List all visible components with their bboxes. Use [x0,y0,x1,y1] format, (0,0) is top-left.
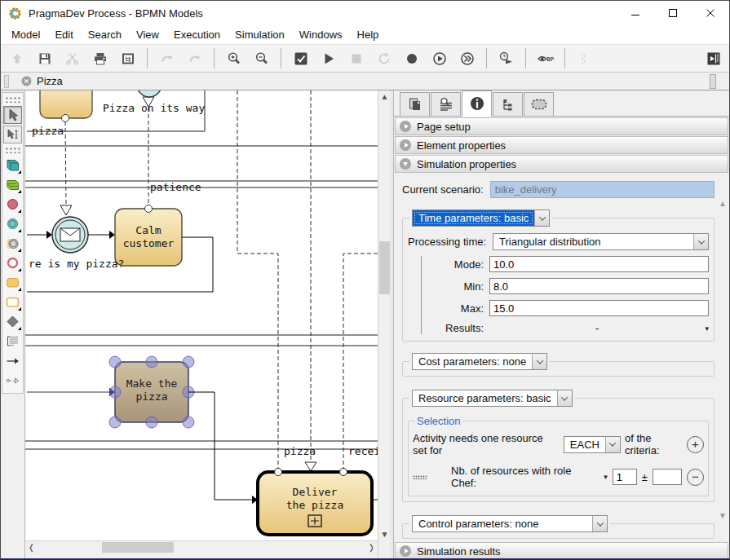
section-simulation-results[interactable]: Simulation results [395,542,728,560]
panel-toggle-icon[interactable] [702,47,724,69]
pizza-pool-label[interactable]: pizza [32,125,64,137]
pool-tool[interactable] [3,157,22,174]
boundary-event-tool[interactable] [3,235,22,253]
partial-task[interactable] [40,90,92,118]
pizza-on-its-way-label[interactable]: Pizza on its way [103,102,205,114]
menu-view[interactable]: View [129,27,166,42]
record-icon[interactable] [400,47,423,69]
search-list-icon[interactable] [431,92,461,116]
palette-drag-handle[interactable] [4,95,21,103]
chevron-down-icon[interactable] [557,390,572,406]
maximize-icon[interactable] [654,1,692,25]
step-icon[interactable] [428,47,450,69]
mode-field[interactable] [489,256,709,272]
redo2-icon[interactable] [184,47,206,69]
subprocess-tool[interactable] [3,293,22,311]
zoom-out-icon[interactable] [250,47,272,69]
select-tool[interactable] [3,106,22,124]
processing-time-select[interactable]: Triangular distribution [493,233,709,250]
print-icon[interactable] [89,47,111,69]
panel-scroll-up-icon[interactable]: ▲ [719,199,727,208]
tab-close-icon[interactable] [21,76,32,86]
min-field[interactable] [489,278,709,294]
info-icon[interactable] [462,90,492,117]
menu-model[interactable]: Model [4,27,47,42]
nb-expand-icon[interactable]: ▾ [604,473,608,481]
menu-help[interactable]: Help [350,27,387,42]
region-icon[interactable] [524,92,554,116]
row-drag-handle[interactable] [413,475,427,479]
end-event-tool[interactable] [3,254,22,272]
redo-icon[interactable] [156,47,178,69]
connector-dot[interactable] [340,469,347,476]
remove-criteria-button[interactable]: − [687,469,704,486]
connector-dot[interactable] [62,115,69,122]
canvas-hscrollbar[interactable]: ❬ ❭ [25,540,378,553]
syntax-check-icon[interactable] [290,47,312,69]
tree-icon[interactable] [493,92,523,116]
receipt-flow-label[interactable]: recei [348,445,378,457]
task-tool[interactable] [3,274,22,292]
menu-simulation[interactable]: Simulation [228,27,292,42]
panel-scroll-down-icon[interactable]: ▼ [719,511,727,520]
start-event-tool[interactable] [3,196,22,214]
where-is-my-pizza-label[interactable]: re is my pizza? [29,258,124,270]
chevron-down-icon[interactable] [592,516,607,531]
menu-windows[interactable]: Windows [292,27,350,42]
pages-icon[interactable] [400,92,430,116]
each-select[interactable]: EACH [564,436,621,453]
chevron-down-icon[interactable] [532,354,546,369]
resource-parameters-select[interactable]: Resource parameters: basic [412,390,573,407]
menu-edit[interactable]: Edit [47,27,80,42]
hscroll-right-icon[interactable]: ❭ [365,541,378,553]
text-select-tool[interactable] [3,126,22,143]
tabbar-end-grip[interactable] [710,74,716,89]
vscroll-up-icon[interactable]: ▲ [378,90,391,103]
hscroll-thumb[interactable] [102,542,174,553]
connector-dot[interactable] [145,205,153,213]
patience-label[interactable]: patience [150,181,201,193]
reset-icon[interactable] [373,47,395,69]
connector-dot[interactable] [275,469,282,476]
menu-execution[interactable]: Execution [166,27,228,42]
intermediate-event-tool[interactable] [3,215,22,233]
timer-run-icon[interactable] [495,47,517,69]
watch-bp-icon[interactable]: BP [534,47,556,69]
bpmn-canvas[interactable]: Pizza on its way pizza patience Calm [25,90,378,540]
nb-variance-field[interactable] [653,469,682,485]
canvas-vscrollbar[interactable]: ▲ ▼ [378,90,390,540]
message-flow-tool[interactable] [3,372,22,390]
control-parameters-select[interactable]: Control parameters: none [412,515,608,532]
add-criteria-button[interactable]: + [687,436,704,453]
page-tree-icon[interactable] [117,47,139,69]
current-scenario-field[interactable]: bike_delivery [490,181,715,198]
palette-drag-handle[interactable] [4,146,21,153]
minimize-icon[interactable] [617,1,654,25]
section-element-properties[interactable]: Element properties [395,136,728,154]
play-icon[interactable] [317,47,339,69]
tab-pizza[interactable]: Pizza [16,73,68,90]
close-icon[interactable] [692,1,729,25]
arrow-up-icon[interactable] [6,47,28,69]
chevron-down-icon[interactable] [605,437,620,452]
fast-forward-icon[interactable] [456,47,478,69]
trace-icon[interactable] [573,47,595,69]
stop-icon[interactable] [345,47,367,69]
cost-parameters-select[interactable]: Cost parameters: none [412,353,547,370]
app-gear-icon[interactable] [8,7,22,20]
vscroll-down-icon[interactable]: ▼ [378,528,391,540]
time-parameters-select[interactable]: Time parameters: basic [412,209,550,227]
lane-tool[interactable] [3,176,22,194]
tabbar-grip[interactable] [4,75,9,88]
chevron-down-icon[interactable] [534,210,549,226]
menu-search[interactable]: Search [81,27,129,42]
sequence-flow-tool[interactable] [3,352,22,370]
save-icon[interactable] [33,47,55,69]
zoom-in-icon[interactable] [223,47,245,69]
section-page-setup[interactable]: Page setup [395,117,728,135]
nb-resources-field[interactable] [613,469,637,485]
pizza-flow-label[interactable]: pizza [284,445,316,457]
gateway-tool[interactable] [3,313,22,331]
results-expand-icon[interactable]: ▾ [705,324,709,333]
section-simulation-properties[interactable]: Simulation properties [395,155,728,173]
